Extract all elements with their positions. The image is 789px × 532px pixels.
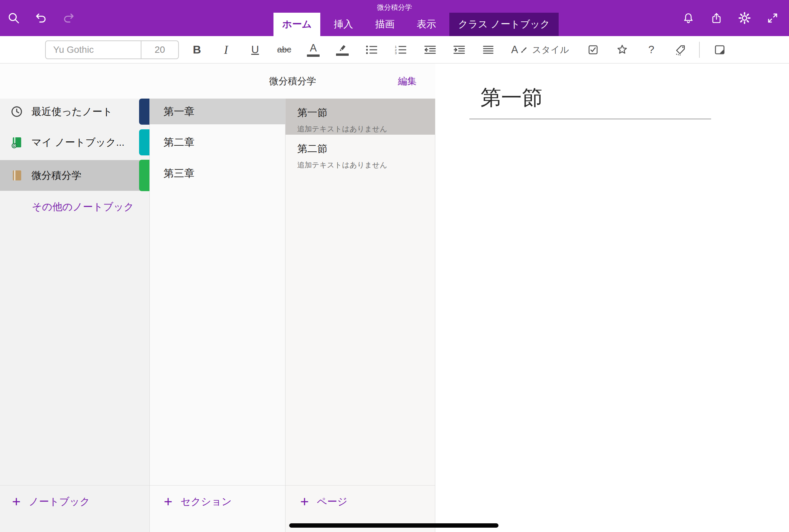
- align-icon[interactable]: [478, 40, 497, 60]
- edit-button[interactable]: 編集: [398, 63, 417, 99]
- font-control: Yu Gothic 20: [45, 40, 179, 59]
- notebook-color-tab-blue[interactable]: [139, 99, 149, 125]
- sidebar-item-my-notebook[interactable]: マイ ノートブック...: [0, 129, 149, 155]
- undo-icon[interactable]: [35, 12, 48, 24]
- sections-bottom-bar: + セクション: [150, 485, 285, 532]
- add-page-button[interactable]: + ページ: [300, 494, 347, 509]
- checkbox-icon[interactable]: [584, 40, 602, 60]
- notebook-header-title: 微分積分学: [150, 63, 435, 99]
- outdent-icon[interactable]: [420, 40, 439, 60]
- notebook-color-tab-green[interactable]: [139, 160, 149, 191]
- share-icon[interactable]: [710, 12, 723, 24]
- pages-column: 第一節 追加テキストはありません 第二節 追加テキストはありません + ページ: [285, 63, 435, 532]
- tab-insert[interactable]: 挿入: [325, 13, 362, 36]
- tab-draw[interactable]: 描画: [367, 13, 403, 36]
- toolbar-separator: [699, 42, 700, 58]
- numbered-list-icon[interactable]: 123: [391, 40, 410, 60]
- header-right-icons: [682, 0, 779, 36]
- bullet-list-icon[interactable]: [362, 40, 381, 60]
- search-icon[interactable]: [7, 12, 20, 24]
- page-editor[interactable]: 第一節: [435, 63, 789, 532]
- highlighter-icon[interactable]: [333, 40, 352, 60]
- svg-text:3: 3: [395, 51, 397, 55]
- styles-brush-icon: A: [511, 44, 528, 55]
- tab-home[interactable]: ホーム: [274, 13, 320, 36]
- page-title-divider: [469, 119, 711, 119]
- indent-icon[interactable]: [449, 40, 468, 60]
- clock-icon: [10, 104, 24, 119]
- font-color-icon[interactable]: A: [304, 40, 323, 60]
- plus-icon: +: [12, 494, 21, 509]
- star-icon[interactable]: [613, 40, 632, 60]
- notebook-sync-icon: [10, 135, 24, 150]
- underline-button[interactable]: U: [246, 40, 264, 60]
- tab-view[interactable]: 表示: [408, 13, 445, 36]
- page-view-icon[interactable]: [710, 40, 729, 60]
- settings-gear-icon[interactable]: [738, 12, 751, 24]
- header-left-icons: [7, 0, 75, 36]
- sidebar-bottom-bar: + ノートブック: [0, 485, 149, 532]
- more-notebooks-link[interactable]: その他のノートブック: [32, 197, 134, 217]
- page-item-section2[interactable]: 第二節 追加テキストはありません: [285, 135, 435, 171]
- sidebar-item-recent-notes[interactable]: 最近使ったノート: [0, 99, 149, 125]
- column-header-strip: 微分積分学 編集: [0, 63, 435, 99]
- bold-button[interactable]: B: [188, 40, 206, 60]
- plus-icon: +: [300, 494, 309, 509]
- page-item-section1[interactable]: 第一節 追加テキストはありません: [285, 99, 435, 135]
- styles-button[interactable]: A スタイル: [511, 44, 569, 56]
- bell-icon[interactable]: [682, 12, 695, 24]
- add-section-button[interactable]: + セクション: [164, 494, 232, 509]
- add-notebook-button[interactable]: + ノートブック: [12, 494, 90, 509]
- sections-column: 第一章 第二章 第三章 + セクション: [150, 63, 285, 532]
- app-header: 微分積分学 ホーム 挿入 描画 表示 クラス ノートブック: [0, 0, 789, 36]
- formatting-toolbar: Yu Gothic 20 B I U abc A 123 A スタイル ?: [0, 36, 789, 63]
- italic-button[interactable]: I: [217, 40, 236, 60]
- tag-icon[interactable]: [671, 40, 690, 60]
- section-item-chapter2[interactable]: 第二章: [150, 129, 285, 155]
- sidebar-item-calculus-notebook[interactable]: 微分積分学: [0, 160, 149, 191]
- expand-icon[interactable]: [766, 12, 779, 24]
- page-title-text[interactable]: 第一節: [481, 83, 543, 112]
- notebook-color-tab-teal[interactable]: [139, 129, 149, 155]
- font-name-field[interactable]: Yu Gothic: [46, 44, 141, 55]
- section-item-chapter3[interactable]: 第三章: [150, 160, 285, 186]
- document-title: 微分積分学: [0, 3, 789, 12]
- home-indicator-bar[interactable]: [289, 523, 499, 528]
- redo-icon[interactable]: [62, 12, 75, 24]
- notebooks-sidebar: 最近使ったノート マイ ノートブック... 微分積分学 その他のノートブック +…: [0, 63, 150, 532]
- ribbon-tabs: ホーム 挿入 描画 表示 クラス ノートブック: [274, 13, 559, 36]
- notebook-icon: [10, 168, 24, 183]
- font-size-field[interactable]: 20: [142, 44, 178, 55]
- tab-class-notebook[interactable]: クラス ノートブック: [449, 13, 559, 36]
- plus-icon: +: [164, 494, 172, 509]
- help-icon[interactable]: ?: [642, 40, 661, 60]
- section-item-chapter1[interactable]: 第一章: [150, 99, 285, 124]
- strikethrough-button[interactable]: abc: [275, 40, 294, 60]
